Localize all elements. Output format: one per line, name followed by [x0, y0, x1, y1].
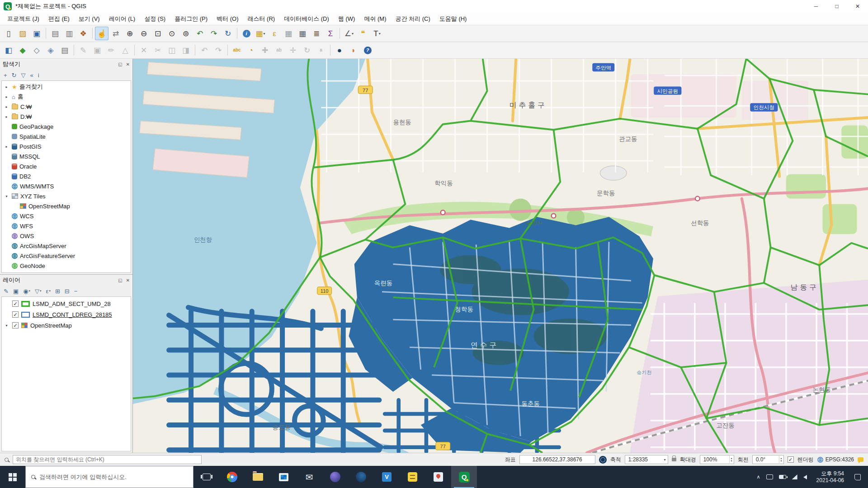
- drive-d-expander[interactable]: ▸: [4, 115, 9, 119]
- browser-item-arcgis-mapserver[interactable]: ArcGisMapServer: [2, 241, 131, 251]
- field-calculator-button[interactable]: ≣: [310, 27, 323, 40]
- menu-vector[interactable]: 벡터 (O): [212, 13, 243, 25]
- layer-labeling-button[interactable]: abc: [230, 43, 244, 57]
- filter-legend-button[interactable]: ▽▾: [35, 288, 42, 295]
- action-center-icon[interactable]: [854, 474, 861, 480]
- new-spatialite-layer-button[interactable]: ◈: [44, 43, 57, 57]
- layers-close-icon[interactable]: ✕: [126, 278, 130, 283]
- map-tips-button[interactable]: ❝: [356, 27, 370, 40]
- favorites-expander[interactable]: ▸: [4, 85, 9, 89]
- layer-item-lsmd-cont[interactable]: ✓LSMD_CONT_LDREG_28185: [2, 309, 131, 320]
- lsmd-cont-checkbox[interactable]: ✓: [12, 311, 19, 318]
- app-navy-button[interactable]: [348, 466, 374, 488]
- osm-place-search-button[interactable]: ◗: [347, 43, 360, 57]
- remove-layer-button[interactable]: −: [74, 288, 78, 295]
- browser-item-geonode[interactable]: GeoNode: [2, 261, 131, 271]
- move-label-button[interactable]: ✛: [286, 43, 300, 57]
- menu-processing[interactable]: 공간 처리 (C): [391, 13, 434, 25]
- menu-project[interactable]: 프로젝트 (J): [3, 13, 44, 25]
- browser-item-favorites[interactable]: ▸★즐겨찾기: [2, 82, 131, 92]
- add-feature-button[interactable]: ✏: [104, 43, 118, 57]
- browser-close-icon[interactable]: ✕: [126, 62, 130, 67]
- messages-button[interactable]: [858, 457, 863, 462]
- start-button[interactable]: [0, 466, 25, 488]
- add-group-button[interactable]: ▣: [13, 288, 19, 295]
- new-project-button[interactable]: ▯: [2, 27, 15, 40]
- maximize-button[interactable]: □: [826, 0, 847, 13]
- menu-database[interactable]: 데이터베이스 (D): [279, 13, 334, 25]
- metasearch-button[interactable]: ●: [333, 43, 346, 57]
- scale-lock-icon[interactable]: [672, 458, 676, 461]
- save-project-button[interactable]: ▣: [30, 27, 43, 40]
- task-view-button[interactable]: [193, 466, 219, 488]
- measure-dropdown-icon[interactable]: ▾: [352, 32, 354, 36]
- mail-button[interactable]: ✉: [297, 466, 322, 488]
- style-manager-button[interactable]: ❖: [76, 27, 90, 40]
- layer-item-openstreetmap-layer[interactable]: ▾✓OpenStreetMap: [2, 320, 131, 331]
- xyz-tiles-expander[interactable]: ▾: [4, 194, 9, 198]
- new-print-layout-button[interactable]: ▤: [48, 27, 62, 40]
- browser-item-oracle[interactable]: Oracle: [2, 161, 131, 171]
- pan-map-button[interactable]: ☝: [95, 27, 108, 40]
- new-scratch-layer-button[interactable]: ▤: [58, 43, 71, 57]
- filter-by-expression-button[interactable]: ε▾: [46, 288, 51, 295]
- refresh-browser-button[interactable]: ↻: [12, 72, 17, 79]
- zoom-in-button[interactable]: ⊕: [123, 27, 137, 40]
- tray-battery-icon[interactable]: [779, 475, 786, 479]
- copy-features-button[interactable]: ◫: [165, 43, 179, 57]
- zoom-full-button[interactable]: ⊡: [151, 27, 165, 40]
- redo-button[interactable]: ↷: [212, 43, 225, 57]
- data-source-manager-button[interactable]: ◧: [2, 43, 15, 57]
- new-geopackage-layer-button[interactable]: ◆: [16, 43, 29, 57]
- tray-network-icon[interactable]: [792, 474, 797, 479]
- tray-chevron-icon[interactable]: ∧: [757, 474, 760, 480]
- browser-item-wcs[interactable]: WCS: [2, 211, 131, 221]
- coordinate-input[interactable]: [519, 455, 595, 464]
- layer-item-lsmd-adm[interactable]: ✓LSMD_ADM_SECT_UMD_28: [2, 298, 131, 309]
- qgis-button[interactable]: Q: [451, 466, 477, 488]
- browser-item-wms-wmts[interactable]: WMS/WMTS: [2, 181, 131, 191]
- menu-mesh[interactable]: 메쉬 (M): [359, 13, 391, 25]
- identify-features-button[interactable]: i: [240, 27, 253, 40]
- menu-raster[interactable]: 래스터 (R): [243, 13, 279, 25]
- toggle-editing-button[interactable]: ✎: [76, 43, 90, 57]
- text-annotation-dropdown-icon[interactable]: ▾: [379, 32, 381, 36]
- magnifier-spinbox[interactable]: 100% ▴▾: [700, 455, 734, 464]
- extent-toggle-button[interactable]: [599, 456, 607, 464]
- properties-button[interactable]: i: [38, 72, 39, 79]
- rotation-spinbox[interactable]: 0.0° ▴▾: [752, 455, 784, 464]
- store-button[interactable]: [271, 466, 297, 488]
- zoom-next-button[interactable]: ↷: [207, 27, 221, 40]
- browser-item-mssql[interactable]: MSSQL: [2, 151, 131, 161]
- zoom-last-button[interactable]: ↶: [193, 27, 207, 40]
- browser-item-postgis[interactable]: ▸PostGIS: [2, 141, 131, 151]
- openstreetmap-layer-checkbox[interactable]: ✓: [12, 322, 19, 328]
- help-button[interactable]: ?: [361, 43, 374, 57]
- measure-button[interactable]: ∠▾: [342, 27, 356, 40]
- lsmd-adm-checkbox[interactable]: ✓: [12, 300, 19, 307]
- save-layer-edits-button[interactable]: ▣: [90, 43, 104, 57]
- collapse-all-layers-button[interactable]: ⊟: [65, 288, 70, 295]
- taskbar-search[interactable]: 검색하려면 여기에 입력하십시오.: [25, 466, 193, 488]
- rotate-label-button[interactable]: ↻: [300, 43, 314, 57]
- crs-status-button[interactable]: EPSG:4326: [817, 456, 854, 463]
- browser-item-arcgis-featureserver[interactable]: ArcGisFeatureServer: [2, 251, 131, 261]
- open-attribute-table-button[interactable]: ▦: [296, 27, 309, 40]
- browser-float-icon[interactable]: ◱: [118, 62, 122, 67]
- pan-to-selection-button[interactable]: ⇄: [109, 27, 123, 40]
- app-purple-button[interactable]: [322, 466, 348, 488]
- statistical-summary-button[interactable]: Σ: [324, 27, 337, 40]
- vscode-button[interactable]: V: [374, 466, 400, 488]
- refresh-map-button[interactable]: ↻: [221, 27, 235, 40]
- undo-button[interactable]: ↶: [198, 43, 211, 57]
- tray-volume-icon[interactable]: [803, 475, 807, 479]
- delete-selected-button[interactable]: ✕: [137, 43, 151, 57]
- postgis-expander[interactable]: ▸: [4, 145, 9, 149]
- browser-item-drive-d[interactable]: ▸D:₩: [2, 112, 131, 122]
- menu-edit[interactable]: 편집 (E): [44, 13, 74, 25]
- layers-float-icon[interactable]: ◱: [118, 278, 122, 283]
- chrome-button[interactable]: [219, 466, 245, 488]
- cut-features-button[interactable]: ✂: [151, 43, 165, 57]
- minimize-button[interactable]: ─: [806, 0, 826, 13]
- layer-diagram-button[interactable]: ◔: [244, 43, 258, 57]
